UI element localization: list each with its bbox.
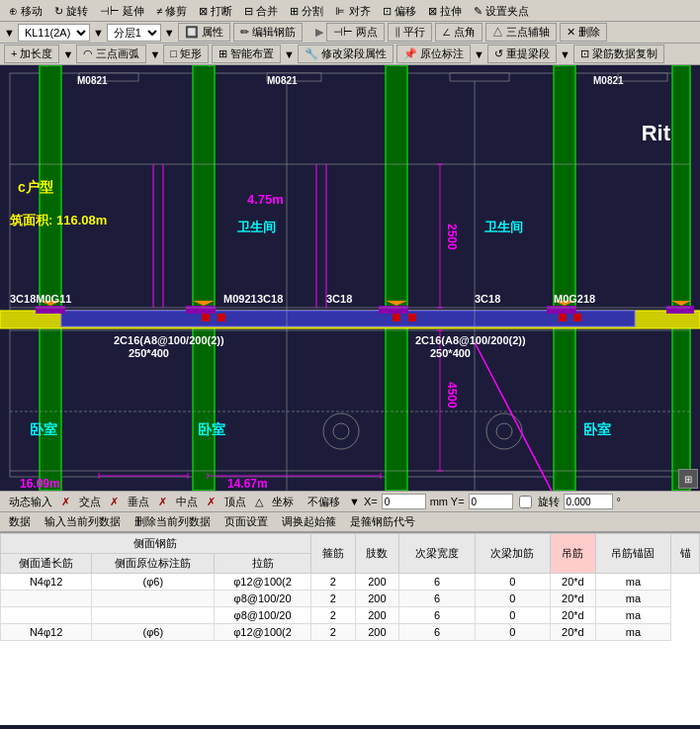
hang-header: 吊筋 [551,534,596,574]
smart-layout-btn[interactable]: ⊞ 智能布置 [212,45,281,63]
trim-btn[interactable]: ≠ 修剪 [151,2,192,21]
rotate-label: 旋转 [538,495,560,509]
y-input[interactable] [469,494,513,509]
toolbar-row1: ⊕ 移动 ↻ 旋转 ⊣⊢ 延伸 ≠ 修剪 ⊠ 打断 ⊟ 合并 ⊞ 分割 ⊫ 对齐… [0,0,700,22]
tie-2: φ8@100/20 [215,591,311,607]
offset-btn[interactable]: ⊡ 偏移 [378,2,421,21]
ha-1: 20*d [551,574,596,591]
split-btn[interactable]: ⊞ 分割 [285,2,328,21]
side-rebar-header: 侧面钢筋 [1,534,311,554]
legs-2: 2 [310,591,355,607]
ba-1: 6 [399,574,475,591]
is-hoop-btn[interactable]: 是箍钢筋代号 [345,512,420,531]
ba-4: 6 [399,624,475,641]
tie-3: φ8@100/20 [215,607,311,624]
no-offset-btn[interactable]: 不偏移 [303,493,345,511]
input-data-btn[interactable]: 输入当前列数据 [40,512,126,531]
vertex-btn[interactable]: 顶点 [219,493,251,511]
property-btn[interactable]: 🔲 属性 [178,23,230,42]
svg-rect-18 [547,306,576,314]
point-angle-btn[interactable]: ∠ 点角 [435,23,482,42]
modify-beam-prop-btn[interactable]: 🔧 修改梁段属性 [298,45,394,63]
anc-1: ma [595,574,670,591]
data-btn[interactable]: 数据 [4,512,36,531]
re-beam-btn[interactable]: ↺ 重提梁段 [487,45,557,63]
tie-subheader: 拉筋 [215,554,311,574]
perpendicular-btn[interactable]: 垂点 [123,493,154,511]
legs-3: 2 [310,607,355,624]
extend-btn[interactable]: ⊣⊢ 延伸 [95,2,149,21]
move-btn[interactable]: ⊕ 移动 [4,2,47,21]
side-orig-3 [92,607,215,624]
hang-anchor-header: 吊筋锚固 [595,534,670,574]
page-setup-btn[interactable]: 页面设置 [219,512,273,531]
layer-select[interactable]: KL11(2A) [18,24,90,42]
side-long-subheader: 侧面通长筋 [1,554,92,574]
svg-rect-4 [386,65,407,491]
svg-rect-2 [40,65,61,491]
setpoint-btn[interactable]: ✎ 设置夹点 [469,2,534,21]
intersection-btn[interactable]: 交点 [74,493,106,511]
side-long-3 [1,607,92,624]
align-btn[interactable]: ⊫ 对齐 [330,2,375,21]
svg-rect-6 [672,65,690,491]
svg-rect-19 [666,306,694,314]
ba-3: 6 [399,607,475,624]
rect-btn[interactable]: □ 矩形 [163,45,209,63]
add-length-btn[interactable]: + 加长度 [4,45,59,63]
svg-rect-5 [554,65,575,491]
cad-svg [0,65,700,491]
svg-rect-35 [618,73,667,81]
legs-1: 2 [310,574,355,591]
stretch-btn[interactable]: ⊠ 拉伸 [423,2,467,21]
anc-4: ma [595,624,670,641]
rotate-checkbox[interactable] [519,496,532,508]
beam-add-header: 次梁加筋 [475,534,550,574]
x-input[interactable] [382,494,426,509]
parallel-btn[interactable]: ∥ 平行 [388,23,432,42]
three-arc-btn[interactable]: ◠ 三点画弧 [76,45,146,63]
legs-4: 2 [310,624,355,641]
dynamic-input-btn[interactable]: 动态输入 [4,493,57,511]
coord-btn[interactable]: 坐标 [267,493,299,511]
swap-start-btn[interactable]: 调换起始箍 [277,512,341,531]
ha-3: 20*d [551,607,596,624]
view-icon[interactable]: ⊞ [678,469,698,489]
svg-rect-13 [559,314,567,321]
svg-rect-3 [193,65,215,491]
merge-btn[interactable]: ⊟ 合并 [239,2,283,21]
svg-rect-9 [202,314,210,321]
break-btn[interactable]: ⊠ 打断 [194,2,237,21]
side-long-4: N4φ12 [1,624,92,641]
command-row: 数据 输入当前列数据 删除当前列数据 页面设置 调换起始箍 是箍钢筋代号 [0,512,700,532]
edit-rebar-btn[interactable]: ✏ 编辑钢筋 [233,23,303,42]
side-orig-4: (φ6) [92,624,215,641]
sublayer-select[interactable]: 分层1 [107,24,161,42]
side-long-1: N4φ12 [1,574,92,591]
delete-data-btn[interactable]: 删除当前列数据 [130,512,216,531]
hang-1: 0 [475,574,550,591]
table-row: φ8@100/20 2 200 6 0 20*d ma [1,591,700,607]
hang-4: 0 [475,624,550,641]
delete-btn[interactable]: ✕ 删除 [560,23,607,42]
svg-rect-11 [393,314,400,321]
cad-canvas[interactable]: M0821 M0821 M0821 c户型 筑面积: 116.08m 4.75m… [0,65,700,491]
table-area: 侧面钢筋 箍筋 肢数 次梁宽度 次梁加筋 吊筋 吊筋锚固 锚 侧面通长筋 侧面原… [0,532,700,725]
bw-4: 200 [355,624,399,641]
table-row: φ8@100/20 2 200 6 0 20*d ma [1,607,700,624]
copy-data-btn[interactable]: ⊡ 梁筋数据复制 [573,45,664,63]
two-point-btn[interactable]: ⊣⊢ 两点 [326,23,385,42]
beam-width-header: 次梁宽度 [399,534,475,574]
toolbar-row3: + 加长度 ▼ ◠ 三点画弧 ▼ □ 矩形 ⊞ 智能布置 ▼ 🔧 修改梁段属性 … [0,44,700,65]
svg-rect-34 [450,73,509,81]
degree-label: ° [617,496,621,507]
three-point-btn[interactable]: △ 三点辅轴 [485,23,557,42]
table-row: N4φ12 (φ6) φ12@100(2 2 200 6 0 20*d ma [1,574,700,591]
rotate-input[interactable] [564,494,613,509]
rotate-btn[interactable]: ↻ 旋转 [49,2,93,21]
midpoint-btn[interactable]: 中点 [171,493,203,511]
ha-2: 20*d [551,591,596,607]
side-orig-2 [92,591,215,607]
orig-mark-btn[interactable]: 📌 原位标注 [396,45,471,63]
svg-rect-15 [36,306,65,314]
